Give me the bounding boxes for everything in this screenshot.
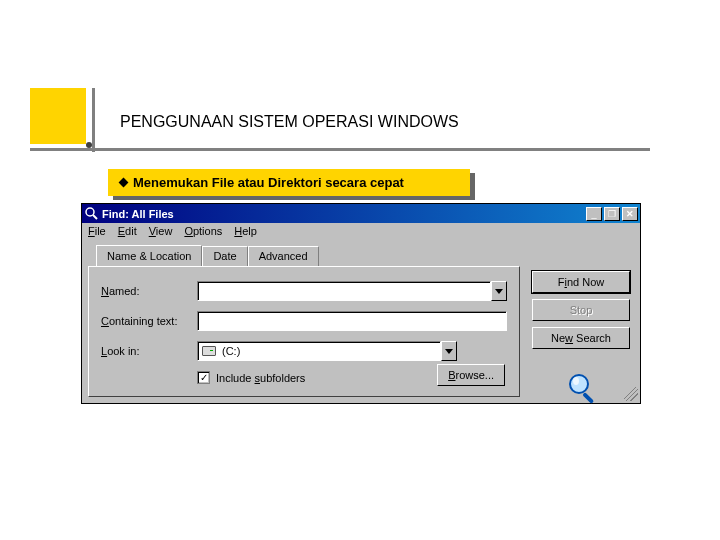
menubar: File Edit View Options Help bbox=[82, 223, 640, 239]
callout-text: Menemukan File atau Direktori secara cep… bbox=[133, 175, 404, 190]
named-dropdown-button[interactable] bbox=[491, 281, 507, 301]
tab-advanced[interactable]: Advanced bbox=[248, 246, 319, 267]
lookin-label: Look in: bbox=[101, 345, 197, 357]
chevron-down-icon bbox=[445, 349, 453, 354]
named-input[interactable] bbox=[197, 281, 491, 301]
named-label: Named: bbox=[101, 285, 197, 297]
named-row: Named: bbox=[101, 281, 507, 301]
tab-date[interactable]: Date bbox=[202, 246, 247, 267]
find-now-button[interactable]: Find Now bbox=[532, 271, 630, 293]
slide: PENGGUNAAN SISTEM OPERASI WINDOWS Menemu… bbox=[0, 0, 720, 540]
include-subfolders-checkbox[interactable]: ✓ bbox=[197, 371, 210, 384]
drive-icon bbox=[202, 346, 216, 356]
minimize-button[interactable]: _ bbox=[586, 207, 602, 221]
include-subfolders-label: Include subfolders bbox=[216, 372, 305, 384]
svg-point-0 bbox=[86, 208, 94, 216]
chevron-down-icon bbox=[495, 289, 503, 294]
containing-input[interactable] bbox=[197, 311, 507, 331]
resize-grip-icon[interactable] bbox=[624, 387, 638, 401]
menu-options[interactable]: Options bbox=[184, 225, 222, 237]
lookin-dropdown-button[interactable] bbox=[441, 341, 457, 361]
containing-label: Containing text: bbox=[101, 315, 197, 327]
close-button[interactable]: ✕ bbox=[622, 207, 638, 221]
maximize-button[interactable]: ❐ bbox=[604, 207, 620, 221]
magnifier-icon bbox=[566, 371, 600, 408]
browse-button[interactable]: Browse... bbox=[437, 364, 505, 386]
menu-help[interactable]: Help bbox=[234, 225, 257, 237]
window-body: Name & Location Date Advanced Named: Con… bbox=[82, 239, 640, 403]
decorative-block bbox=[30, 88, 86, 144]
lookin-combo[interactable]: (C:) bbox=[197, 341, 441, 361]
decorative-dot bbox=[86, 142, 92, 148]
window-title: Find: All Files bbox=[102, 208, 584, 220]
titlebar[interactable]: Find: All Files _ ❐ ✕ bbox=[82, 204, 640, 223]
action-buttons: Find Now Stop New Search bbox=[532, 271, 630, 349]
menu-file[interactable]: File bbox=[88, 225, 106, 237]
slide-title: PENGGUNAAN SISTEM OPERASI WINDOWS bbox=[120, 113, 459, 131]
lookin-row: Look in: (C:) bbox=[101, 341, 507, 361]
callout-box: Menemukan File atau Direktori secara cep… bbox=[108, 169, 470, 196]
callout: Menemukan File atau Direktori secara cep… bbox=[108, 169, 470, 196]
svg-point-2 bbox=[570, 375, 588, 393]
app-icon bbox=[84, 207, 98, 221]
stop-button[interactable]: Stop bbox=[532, 299, 630, 321]
menu-view[interactable]: View bbox=[149, 225, 173, 237]
new-search-button[interactable]: New Search bbox=[532, 327, 630, 349]
decorative-rule-horizontal bbox=[30, 148, 650, 151]
lookin-value: (C:) bbox=[222, 345, 240, 357]
svg-point-3 bbox=[573, 377, 579, 385]
svg-line-1 bbox=[93, 215, 97, 219]
find-window: Find: All Files _ ❐ ✕ File Edit View Opt… bbox=[81, 203, 641, 404]
tab-panel: Named: Containing text: Look in: bbox=[88, 266, 520, 397]
tab-name-location[interactable]: Name & Location bbox=[96, 245, 202, 266]
tab-strip: Name & Location Date Advanced bbox=[96, 245, 634, 266]
menu-edit[interactable]: Edit bbox=[118, 225, 137, 237]
bullet-diamond-icon bbox=[119, 178, 129, 188]
decorative-rule-vertical bbox=[92, 88, 95, 152]
svg-rect-4 bbox=[582, 392, 594, 404]
containing-row: Containing text: bbox=[101, 311, 507, 331]
